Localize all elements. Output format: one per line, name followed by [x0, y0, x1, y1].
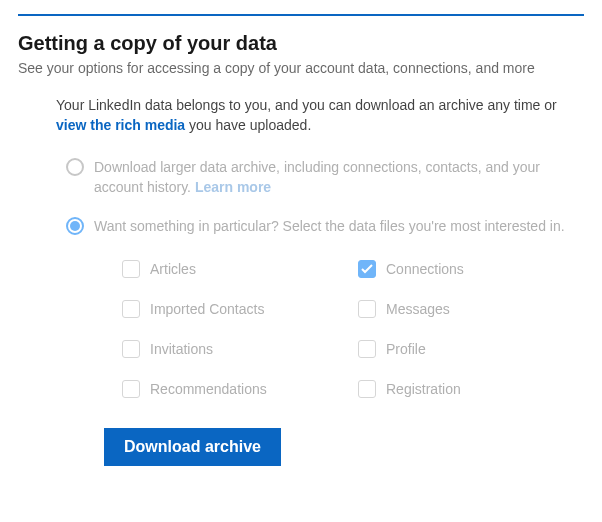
option-full-archive[interactable]: Download larger data archive, including …: [66, 157, 584, 198]
page-subtitle: See your options for accessing a copy of…: [18, 59, 584, 79]
download-archive-button[interactable]: Download archive: [104, 428, 281, 466]
file-checkbox-grid: Articles Connections Imported Contacts M…: [56, 254, 584, 398]
radio-icon: [66, 158, 84, 176]
checkbox-icon: [358, 300, 376, 318]
checkbox-icon: [358, 340, 376, 358]
checkbox-icon: [358, 380, 376, 398]
option-full-text: Download larger data archive, including …: [94, 157, 584, 198]
checkbox-connections[interactable]: Connections: [358, 260, 584, 278]
checkbox-label: Registration: [386, 381, 461, 397]
learn-more-link[interactable]: Learn more: [195, 179, 271, 195]
checkbox-icon: [122, 380, 140, 398]
checkbox-invitations[interactable]: Invitations: [122, 340, 348, 358]
option-select-files[interactable]: Want something in particular? Select the…: [66, 216, 584, 236]
checkbox-label: Articles: [150, 261, 196, 277]
checkbox-label: Imported Contacts: [150, 301, 264, 317]
checkbox-imported-contacts[interactable]: Imported Contacts: [122, 300, 348, 318]
option-partial-text: Want something in particular? Select the…: [94, 216, 565, 236]
checkbox-icon: [358, 260, 376, 278]
checkbox-profile[interactable]: Profile: [358, 340, 584, 358]
checkbox-messages[interactable]: Messages: [358, 300, 584, 318]
intro-prefix: Your LinkedIn data belongs to you, and y…: [56, 97, 557, 113]
checkbox-label: Invitations: [150, 341, 213, 357]
checkbox-icon: [122, 260, 140, 278]
checkbox-label: Profile: [386, 341, 426, 357]
checkbox-icon: [122, 300, 140, 318]
intro-suffix: you have uploaded.: [185, 117, 311, 133]
checkbox-label: Connections: [386, 261, 464, 277]
radio-icon: [66, 217, 84, 235]
option-full-label: Download larger data archive, including …: [94, 159, 540, 195]
checkbox-registration[interactable]: Registration: [358, 380, 584, 398]
checkbox-recommendations[interactable]: Recommendations: [122, 380, 348, 398]
checkbox-icon: [122, 340, 140, 358]
checkbox-articles[interactable]: Articles: [122, 260, 348, 278]
checkbox-label: Recommendations: [150, 381, 267, 397]
view-rich-media-link[interactable]: view the rich media: [56, 117, 185, 133]
checkbox-label: Messages: [386, 301, 450, 317]
page-title: Getting a copy of your data: [18, 32, 584, 55]
intro-paragraph: Your LinkedIn data belongs to you, and y…: [56, 95, 584, 136]
